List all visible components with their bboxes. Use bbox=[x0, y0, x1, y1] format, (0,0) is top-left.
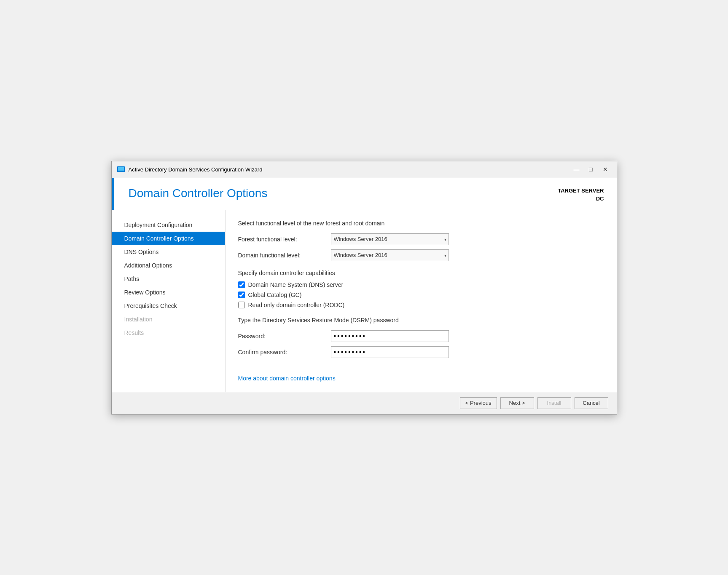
page-title: Domain Controller Options bbox=[129, 187, 268, 200]
target-server-info: TARGET SERVER DC bbox=[558, 187, 604, 203]
left-nav: Deployment Configuration Domain Controll… bbox=[112, 210, 226, 392]
rodc-checkbox-row: Read only domain controller (RODC) bbox=[238, 302, 604, 308]
window-title: Active Directory Domain Services Configu… bbox=[129, 166, 263, 173]
nav-item-prereq[interactable]: Prerequisites Check bbox=[112, 299, 225, 313]
password-label: Password: bbox=[238, 333, 331, 340]
gc-checkbox-label[interactable]: Global Catalog (GC) bbox=[248, 292, 302, 298]
more-link[interactable]: More about domain controller options bbox=[238, 375, 336, 382]
nav-item-paths[interactable]: Paths bbox=[112, 272, 225, 286]
dsrm-title: Type the Directory Services Restore Mode… bbox=[238, 317, 604, 324]
nav-item-review[interactable]: Review Options bbox=[112, 286, 225, 299]
gc-checkbox-row: Global Catalog (GC) bbox=[238, 292, 604, 298]
forest-select-wrapper: Windows Server 2016 Windows Server 2012 … bbox=[331, 233, 449, 245]
nav-item-additional[interactable]: Additional Options bbox=[112, 259, 225, 272]
right-content: Select functional level of the new fores… bbox=[226, 210, 617, 392]
target-server-value: DC bbox=[558, 195, 604, 203]
svg-rect-2 bbox=[119, 171, 123, 171]
page-header: Domain Controller Options TARGET SERVER … bbox=[112, 178, 617, 210]
wizard-window: Active Directory Domain Services Configu… bbox=[111, 161, 617, 415]
nav-item-results: Results bbox=[112, 326, 225, 340]
window-controls: — □ ✕ bbox=[570, 164, 612, 174]
confirm-password-input[interactable] bbox=[331, 346, 449, 358]
rodc-checkbox-label[interactable]: Read only domain controller (RODC) bbox=[248, 302, 345, 308]
cancel-button[interactable]: Cancel bbox=[575, 397, 608, 409]
capabilities-title: Specify domain controller capabilities bbox=[238, 270, 604, 276]
svg-rect-3 bbox=[120, 171, 122, 172]
footer: < Previous Next > Install Cancel bbox=[112, 392, 617, 414]
forest-label: Forest functional level: bbox=[238, 236, 331, 243]
password-input[interactable] bbox=[331, 330, 449, 342]
dns-checkbox[interactable] bbox=[238, 281, 245, 288]
nav-item-installation: Installation bbox=[112, 313, 225, 326]
window-body: Domain Controller Options TARGET SERVER … bbox=[112, 178, 617, 414]
nav-item-dc-options[interactable]: Domain Controller Options bbox=[112, 232, 225, 245]
confirm-label: Confirm password: bbox=[238, 349, 331, 356]
main-content: Deployment Configuration Domain Controll… bbox=[112, 210, 617, 392]
gc-checkbox[interactable] bbox=[238, 292, 245, 298]
rodc-checkbox[interactable] bbox=[238, 302, 245, 308]
minimize-button[interactable]: — bbox=[570, 164, 583, 174]
password-row: Password: bbox=[238, 330, 604, 342]
next-button[interactable]: Next > bbox=[500, 397, 534, 409]
domain-select-wrapper: Windows Server 2016 Windows Server 2012 … bbox=[331, 249, 449, 261]
maximize-button[interactable]: □ bbox=[585, 164, 597, 174]
dns-checkbox-label[interactable]: Domain Name System (DNS) server bbox=[248, 281, 344, 288]
confirm-password-row: Confirm password: bbox=[238, 346, 604, 358]
app-icon bbox=[117, 165, 125, 174]
svg-rect-1 bbox=[118, 167, 124, 171]
functional-level-title: Select functional level of the new fores… bbox=[238, 220, 604, 227]
previous-button[interactable]: < Previous bbox=[460, 397, 497, 409]
target-server-label: TARGET SERVER bbox=[558, 187, 604, 195]
nav-item-dns-options[interactable]: DNS Options bbox=[112, 245, 225, 259]
domain-label: Domain functional level: bbox=[238, 252, 331, 259]
title-bar-left: Active Directory Domain Services Configu… bbox=[117, 165, 263, 174]
title-bar: Active Directory Domain Services Configu… bbox=[112, 161, 617, 178]
forest-row: Forest functional level: Windows Server … bbox=[238, 233, 604, 245]
domain-row: Domain functional level: Windows Server … bbox=[238, 249, 604, 261]
forest-functional-level-select[interactable]: Windows Server 2016 Windows Server 2012 … bbox=[331, 233, 449, 245]
dns-checkbox-row: Domain Name System (DNS) server bbox=[238, 281, 604, 288]
close-button[interactable]: ✕ bbox=[599, 164, 612, 174]
install-button[interactable]: Install bbox=[537, 397, 571, 409]
nav-item-deployment[interactable]: Deployment Configuration bbox=[112, 218, 225, 232]
domain-functional-level-select[interactable]: Windows Server 2016 Windows Server 2012 … bbox=[331, 249, 449, 261]
